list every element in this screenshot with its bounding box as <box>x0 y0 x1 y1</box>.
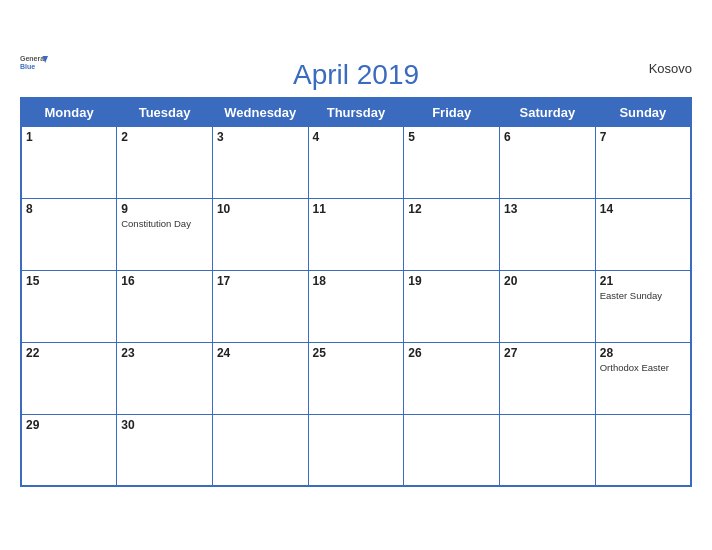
week-row-4: 22232425262728Orthodox Easter <box>21 342 691 414</box>
holiday-label: Constitution Day <box>121 218 208 229</box>
day-cell: 13 <box>500 198 596 270</box>
day-number: 2 <box>121 130 208 144</box>
svg-text:Blue: Blue <box>20 62 35 69</box>
logo-area: General Blue <box>20 53 48 73</box>
day-cell: 14 <box>595 198 691 270</box>
day-number: 27 <box>504 346 591 360</box>
day-cell: 30 <box>117 414 213 486</box>
header-saturday: Saturday <box>500 98 596 127</box>
day-number: 18 <box>313 274 400 288</box>
day-number: 13 <box>504 202 591 216</box>
header-sunday: Sunday <box>595 98 691 127</box>
day-number: 17 <box>217 274 304 288</box>
day-cell: 7 <box>595 126 691 198</box>
day-number: 22 <box>26 346 112 360</box>
day-cell: 12 <box>404 198 500 270</box>
day-cell: 1 <box>21 126 117 198</box>
day-cell: 10 <box>212 198 308 270</box>
day-number: 21 <box>600 274 686 288</box>
week-row-5: 2930 <box>21 414 691 486</box>
day-number: 11 <box>313 202 400 216</box>
day-cell: 22 <box>21 342 117 414</box>
weekday-header-row: Monday Tuesday Wednesday Thursday Friday… <box>21 98 691 127</box>
day-cell: 24 <box>212 342 308 414</box>
day-cell: 9Constitution Day <box>117 198 213 270</box>
svg-text:General: General <box>20 55 46 62</box>
header-monday: Monday <box>21 98 117 127</box>
week-row-2: 89Constitution Day1011121314 <box>21 198 691 270</box>
day-number: 4 <box>313 130 400 144</box>
day-cell <box>595 414 691 486</box>
day-cell: 18 <box>308 270 404 342</box>
day-cell: 17 <box>212 270 308 342</box>
day-number: 7 <box>600 130 686 144</box>
day-cell: 6 <box>500 126 596 198</box>
day-number: 28 <box>600 346 686 360</box>
day-number: 20 <box>504 274 591 288</box>
day-number: 12 <box>408 202 495 216</box>
day-number: 1 <box>26 130 112 144</box>
day-cell: 28Orthodox Easter <box>595 342 691 414</box>
day-cell: 27 <box>500 342 596 414</box>
day-number: 6 <box>504 130 591 144</box>
day-cell: 26 <box>404 342 500 414</box>
day-cell: 19 <box>404 270 500 342</box>
holiday-label: Orthodox Easter <box>600 362 686 373</box>
day-cell: 29 <box>21 414 117 486</box>
day-number: 14 <box>600 202 686 216</box>
day-cell: 16 <box>117 270 213 342</box>
calendar-table: Monday Tuesday Wednesday Thursday Friday… <box>20 97 692 488</box>
day-cell: 21Easter Sunday <box>595 270 691 342</box>
logo-icon: General Blue <box>20 53 48 73</box>
day-cell: 20 <box>500 270 596 342</box>
calendar-title: April 2019 <box>293 59 419 91</box>
day-cell: 3 <box>212 126 308 198</box>
header-wednesday: Wednesday <box>212 98 308 127</box>
day-number: 16 <box>121 274 208 288</box>
day-number: 10 <box>217 202 304 216</box>
calendar-container: General Blue April 2019 Kosovo Monday Tu… <box>0 43 712 508</box>
day-cell: 2 <box>117 126 213 198</box>
day-cell: 15 <box>21 270 117 342</box>
day-number: 29 <box>26 418 112 432</box>
week-row-1: 1234567 <box>21 126 691 198</box>
header-tuesday: Tuesday <box>117 98 213 127</box>
header-thursday: Thursday <box>308 98 404 127</box>
day-number: 8 <box>26 202 112 216</box>
header-friday: Friday <box>404 98 500 127</box>
day-number: 5 <box>408 130 495 144</box>
day-cell: 25 <box>308 342 404 414</box>
week-row-3: 15161718192021Easter Sunday <box>21 270 691 342</box>
calendar-header: General Blue April 2019 Kosovo <box>20 53 692 93</box>
day-cell: 11 <box>308 198 404 270</box>
day-cell: 23 <box>117 342 213 414</box>
day-cell: 8 <box>21 198 117 270</box>
day-cell <box>308 414 404 486</box>
day-cell <box>212 414 308 486</box>
day-cell <box>500 414 596 486</box>
day-number: 23 <box>121 346 208 360</box>
country-label: Kosovo <box>649 61 692 76</box>
holiday-label: Easter Sunday <box>600 290 686 301</box>
day-number: 15 <box>26 274 112 288</box>
day-number: 25 <box>313 346 400 360</box>
day-number: 9 <box>121 202 208 216</box>
day-number: 3 <box>217 130 304 144</box>
day-cell: 4 <box>308 126 404 198</box>
day-number: 24 <box>217 346 304 360</box>
day-number: 26 <box>408 346 495 360</box>
day-number: 19 <box>408 274 495 288</box>
day-cell <box>404 414 500 486</box>
day-cell: 5 <box>404 126 500 198</box>
day-number: 30 <box>121 418 208 432</box>
